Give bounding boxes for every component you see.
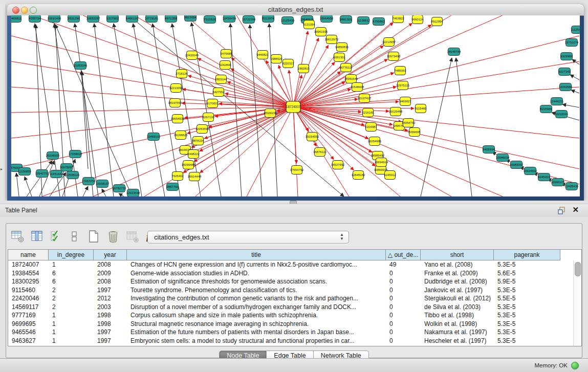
- table-settings-icon[interactable]: [11, 230, 25, 243]
- citation-node[interactable]: 8215955: [540, 105, 552, 113]
- column-header-short[interactable]: short: [421, 250, 494, 260]
- cited-node[interactable]: 12213393: [169, 84, 183, 93]
- citation-node[interactable]: 7515526: [204, 16, 216, 24]
- cited-node[interactable]: 8912954: [431, 17, 443, 26]
- citation-node[interactable]: 9245031: [538, 173, 550, 181]
- table-select-dropdown[interactable]: citations_edges.txt ▲▼: [147, 231, 349, 244]
- citation-node[interactable]: 1527602: [106, 15, 119, 23]
- cited-node[interactable]: 2718126: [176, 70, 188, 78]
- cited-node[interactable]: 9660124: [411, 15, 424, 24]
- close-panel-icon[interactable]: ✕: [572, 205, 579, 214]
- cited-node[interactable]: 9463627: [399, 97, 411, 106]
- new-table-icon[interactable]: [87, 230, 100, 243]
- table-vertical-scrollbar[interactable]: [573, 260, 581, 346]
- citation-node[interactable]: 10958107: [96, 180, 110, 188]
- citation-node[interactable]: 12125439: [281, 17, 295, 25]
- cited-node[interactable]: 19154553: [306, 133, 319, 141]
- cited-node[interactable]: 9061301: [333, 53, 345, 62]
- cited-node[interactable]: 12975115: [396, 81, 410, 90]
- citation-node[interactable]: 6466160: [126, 15, 138, 23]
- cited-node[interactable]: 22420046: [185, 51, 199, 60]
- citation-node[interactable]: 10469102: [147, 133, 161, 141]
- table-row[interactable]: 946554611997Estimation of the future num…: [8, 328, 574, 337]
- table-row[interactable]: 1872400712008Changes of HCN gene express…: [8, 260, 574, 269]
- cited-node[interactable]: 14527452: [331, 161, 345, 169]
- scrollbar-thumb[interactable]: [575, 262, 581, 276]
- cited-node[interactable]: 14954750: [402, 119, 416, 127]
- cited-node[interactable]: 1962815: [297, 64, 310, 73]
- cited-node[interactable]: 2204987: [365, 123, 377, 132]
- network-graph-canvas[interactable]: 2469811435572420691406953129610653287152…: [11, 15, 580, 196]
- citation-node[interactable]: 4671358: [165, 15, 177, 23]
- trash-icon[interactable]: [106, 230, 120, 243]
- column-header-in_degree[interactable]: in_degree: [49, 250, 94, 260]
- cited-node[interactable]: 16099488: [182, 161, 195, 169]
- citation-node[interactable]: 10210041: [555, 111, 569, 118]
- cited-node[interactable]: 3216165: [362, 108, 374, 117]
- table-row[interactable]: 977716911998Corpus callosum shape and si…: [8, 311, 574, 320]
- citation-node[interactable]: 15722384: [242, 16, 256, 24]
- citation-node[interactable]: 30975887: [60, 164, 74, 171]
- citation-node[interactable]: 10946034: [496, 154, 510, 162]
- cited-node[interactable]: 8267130: [202, 113, 214, 122]
- column-header-year[interactable]: year: [94, 250, 127, 260]
- citation-node[interactable]: 9861301: [340, 16, 352, 24]
- table-row[interactable]: 2242004622012Investigating the contribut…: [8, 294, 574, 303]
- citation-node[interactable]: 20206505: [46, 152, 60, 160]
- citation-node[interactable]: 10719181: [145, 15, 159, 23]
- hub-node-selected[interactable]: 18724007: [286, 101, 301, 113]
- table-row[interactable]: 1456911722003Disruption of a novel membe…: [8, 303, 574, 312]
- cited-node[interactable]: 8099695: [408, 128, 421, 137]
- cited-node[interactable]: 19166825: [174, 131, 188, 140]
- cited-node[interactable]: 9245012: [384, 171, 396, 180]
- left-collapse-rail[interactable]: ▸: [0, 4, 6, 201]
- table-row[interactable]: 946362711997Embryonic stem cells: a mode…: [8, 337, 574, 345]
- cited-node[interactable]: 7625402: [171, 172, 184, 181]
- citation-node[interactable]: 10993107: [551, 179, 565, 186]
- citation-node[interactable]: 11239812: [357, 17, 371, 25]
- node-attribute-table[interactable]: namein_degreeyeartitle△ out_de...shortpa…: [8, 249, 582, 346]
- cited-node[interactable]: 7463822: [392, 15, 404, 23]
- citation-node[interactable]: 12444151: [550, 98, 564, 105]
- citation-node[interactable]: 13942757: [35, 170, 49, 178]
- collapse-arrow-icon[interactable]: ▸: [1, 167, 3, 171]
- citation-node[interactable]: 21053346: [74, 62, 88, 70]
- table-row[interactable]: 911546021997Tourette syndrome. Phenomeno…: [8, 286, 574, 295]
- cited-node[interactable]: 16961936: [314, 28, 328, 36]
- citation-node[interactable]: 9405934: [483, 146, 495, 154]
- cited-node[interactable]: 9170031: [206, 99, 219, 108]
- cited-node[interactable]: 8427552: [212, 88, 225, 97]
- select-columns-icon[interactable]: [31, 230, 44, 243]
- cited-node[interactable]: 8878334: [192, 137, 204, 145]
- cited-node[interactable]: 2803144: [215, 75, 227, 84]
- citation-node[interactable]: 15751074: [565, 39, 579, 47]
- citation-node[interactable]: 11156859: [18, 168, 31, 176]
- cited-node[interactable]: 17654752: [290, 166, 304, 174]
- citation-node[interactable]: 9531296: [68, 15, 80, 23]
- cited-node[interactable]: 10107427: [358, 94, 372, 103]
- cited-node[interactable]: 9446821: [256, 51, 269, 59]
- column-header-out_de[interactable]: △ out_de...: [386, 250, 421, 260]
- memory-ok-indicator[interactable]: [571, 362, 579, 369]
- cited-node[interactable]: 18351644: [344, 75, 358, 83]
- cited-node[interactable]: 18107554: [168, 99, 182, 107]
- citation-node[interactable]: 17957253: [82, 178, 96, 185]
- citation-node[interactable]: 11451942: [50, 170, 63, 178]
- citation-node[interactable]: 4355724: [29, 15, 41, 23]
- cited-node[interactable]: 14850831: [335, 43, 349, 52]
- citation-node[interactable]: 10456434: [223, 15, 236, 23]
- float-panel-icon[interactable]: [558, 207, 565, 214]
- citation-node[interactable]: 20691406: [48, 15, 61, 23]
- cited-node[interactable]: 16054981: [368, 137, 382, 146]
- citation-node[interactable]: 8813054: [184, 15, 197, 21]
- column-header-title[interactable]: title: [127, 250, 386, 260]
- citation-node[interactable]: 9329966: [560, 53, 573, 60]
- cited-node[interactable]: 12845182: [352, 171, 365, 180]
- row-checks-icon[interactable]: [50, 230, 63, 243]
- citation-node[interactable]: 16964950: [320, 15, 334, 23]
- citation-node[interactable]: 12505123: [66, 171, 80, 179]
- cited-node[interactable]: 10025488: [389, 107, 403, 116]
- table-row[interactable]: 969969511998Structural magnetic resonanc…: [8, 320, 574, 329]
- table-row[interactable]: 1938455462009Genome-wide association stu…: [8, 269, 574, 278]
- cited-node[interactable]: 18300295: [264, 109, 277, 118]
